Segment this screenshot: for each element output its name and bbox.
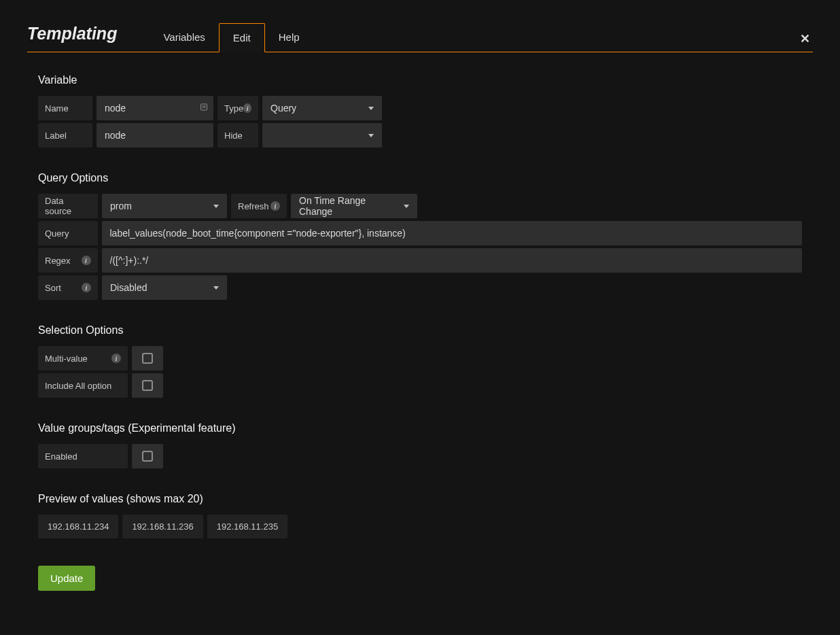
section-heading-selection: Selection Options (38, 324, 802, 337)
info-icon: i (82, 283, 91, 292)
query-label: Query (38, 221, 98, 245)
content: Variable Name Type i Query Label Hid (27, 52, 813, 591)
info-icon: i (243, 103, 251, 113)
info-icon: i (111, 354, 121, 363)
section-heading-preview: Preview of values (shows max 20) (38, 493, 802, 505)
include-all-label: Include All option (38, 373, 128, 398)
include-all-checkbox[interactable] (132, 373, 163, 398)
tabs: Variables Edit Help (150, 23, 313, 52)
type-label: Type i (217, 96, 258, 120)
info-icon: i (270, 201, 280, 211)
sort-select[interactable]: Disabled (102, 275, 227, 300)
label-label: Label (38, 123, 92, 148)
templating-editor: Templating Variables Edit Help ✕ Variabl… (0, 0, 840, 591)
row-multi-value: Multi-value i (38, 346, 802, 371)
tags-enabled-checkbox[interactable] (132, 444, 163, 468)
close-icon[interactable]: ✕ (800, 31, 810, 46)
row-tags-enabled: Enabled (38, 444, 802, 468)
data-source-label: Data source (38, 194, 98, 218)
tags-enabled-label: Enabled (38, 444, 128, 468)
row-include-all: Include All option (38, 373, 802, 398)
header-bar: Templating Variables Edit Help ✕ (27, 23, 813, 52)
row-name-type: Name Type i Query (38, 96, 802, 120)
chevron-down-icon (213, 286, 219, 290)
name-label: Name (38, 96, 92, 120)
section-heading-tags: Value groups/tags (Experimental feature) (38, 422, 802, 434)
row-label-hide: Label Hide (38, 123, 802, 148)
row-regex: Regex i (38, 248, 802, 273)
row-sort: Sort i Disabled (38, 275, 802, 300)
name-input[interactable] (97, 96, 213, 120)
page-title: Templating (27, 24, 117, 52)
chevron-down-icon (368, 107, 374, 110)
multi-value-label: Multi-value i (38, 346, 128, 371)
tab-variables[interactable]: Variables (150, 23, 218, 52)
section-heading-variable: Variable (38, 74, 802, 86)
row-query: Query (38, 221, 802, 245)
sort-label: Sort i (38, 275, 98, 300)
hide-select[interactable] (262, 123, 382, 148)
section-heading-query: Query Options (38, 172, 802, 184)
tab-help[interactable]: Help (265, 23, 313, 52)
query-input[interactable] (102, 221, 803, 245)
preview-values: 192.168.11.234 192.168.11.236 192.168.11… (38, 515, 802, 538)
preview-value: 192.168.11.236 (122, 515, 203, 538)
regex-label: Regex i (38, 248, 98, 273)
type-select[interactable]: Query (262, 96, 382, 120)
data-source-select[interactable]: prom (102, 194, 227, 218)
hide-label: Hide (217, 123, 258, 148)
row-datasource-refresh: Data source prom Refresh i On Time Range… (38, 194, 802, 218)
tab-edit[interactable]: Edit (219, 23, 265, 52)
update-button[interactable]: Update (38, 566, 95, 591)
chevron-down-icon (368, 134, 374, 137)
chevron-down-icon (404, 205, 409, 208)
label-input[interactable] (97, 123, 213, 148)
info-icon: i (82, 256, 91, 265)
chevron-down-icon (213, 205, 219, 208)
regex-input[interactable] (102, 248, 803, 273)
multi-value-checkbox[interactable] (132, 346, 163, 371)
refresh-label: Refresh i (231, 194, 287, 218)
preview-value: 192.168.11.234 (38, 515, 118, 538)
refresh-select[interactable]: On Time Range Change (291, 194, 417, 218)
preview-value: 192.168.11.235 (207, 515, 287, 538)
